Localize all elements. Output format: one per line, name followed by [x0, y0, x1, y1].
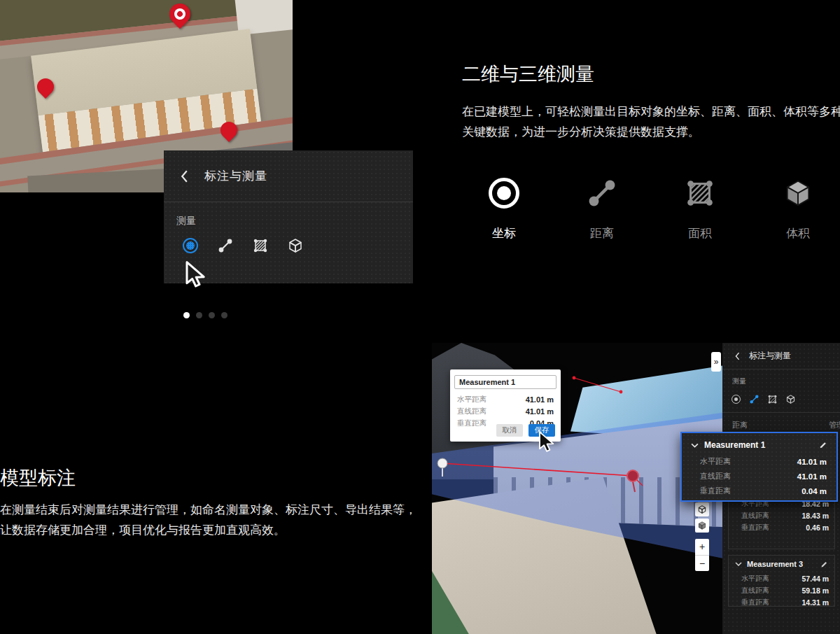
measurement-name: Measurement 1: [704, 440, 818, 450]
metric-value: 59.18 m: [802, 586, 829, 595]
area-icon: [252, 237, 269, 254]
tab-distance[interactable]: 距离: [732, 420, 748, 430]
metric-label: 水平距离: [741, 574, 769, 584]
edit-pencil-icon[interactable]: [819, 559, 829, 569]
metric-value: 18.43 m: [802, 512, 829, 520]
zoom-in-button[interactable]: +: [695, 539, 709, 556]
section-body-annotate: 在测量结束后对测量结果进行管理，如命名测量对象、标注尺寸、导出结果等，让数据存储…: [0, 500, 423, 541]
popup-row-label: 直线距离: [457, 407, 486, 416]
edit-pencil-icon[interactable]: [818, 440, 828, 450]
carousel-dot[interactable]: [209, 312, 215, 318]
coordinate-icon: [183, 238, 198, 253]
volume-icon: [785, 394, 796, 404]
metric-value: 41.01 m: [797, 458, 827, 466]
feature-coordinate: 坐标: [462, 174, 546, 241]
coordinate-icon: [489, 174, 519, 213]
metric-value: 0.46 m: [806, 523, 829, 532]
feature-area: 面积: [658, 174, 742, 241]
measure-endpoint-start: [438, 458, 447, 468]
carousel-dot[interactable]: [183, 312, 190, 318]
zoom-out-button[interactable]: −: [695, 556, 709, 572]
metric-value: 0.04 m: [802, 487, 827, 495]
distance-icon: [749, 394, 760, 404]
map-3d-view[interactable]: Measurement 1 水平距离 41.01 m 直线距离 41.01 m …: [432, 343, 722, 634]
cube-solid-view-button[interactable]: [695, 519, 709, 533]
feature-icons-row: 坐标 距离: [462, 174, 840, 241]
volume-icon: [782, 174, 814, 213]
coordinate-tool-button[interactable]: [731, 394, 741, 404]
measurement-card-3[interactable]: Measurement 3 水平距离57.44 m 直线距离59.18 m 垂直…: [728, 555, 835, 607]
chevron-down-icon[interactable]: [690, 441, 699, 449]
view-toolbar: [695, 502, 709, 533]
area-icon: [684, 174, 716, 213]
carousel: [183, 312, 227, 318]
metric-label: 直线距离: [741, 586, 769, 596]
popup-row-value: 41.01 m: [526, 395, 554, 404]
metric-value: 14.31 m: [802, 598, 829, 607]
carousel-dot[interactable]: [221, 312, 227, 318]
tab-manage[interactable]: 管理: [829, 420, 840, 430]
section-title-measure: 二维与三维测量: [462, 62, 594, 87]
section-title-annotate: 模型标注: [0, 465, 76, 491]
area-tool-button[interactable]: [252, 237, 269, 254]
measurement-name-input[interactable]: Measurement 1: [454, 375, 556, 389]
metric-label: 直线距离: [700, 471, 731, 481]
area-tool-button[interactable]: [767, 394, 778, 404]
cube-outline-view-button[interactable]: [695, 502, 709, 516]
feature-volume: 体积: [756, 174, 840, 241]
coordinate-icon: [732, 395, 741, 404]
distance-tool-button[interactable]: [217, 237, 234, 254]
popup-row-label: 水平距离: [457, 395, 486, 404]
feature-label: 坐标: [492, 225, 516, 241]
sidebar-tools-row: [731, 392, 840, 406]
measure-tools-row: [182, 237, 413, 254]
popup-row: 水平距离 41.01 m: [450, 393, 561, 405]
cancel-button[interactable]: 取消: [496, 424, 523, 437]
distance-icon: [586, 174, 618, 213]
back-chevron-icon[interactable]: [732, 351, 742, 361]
distance-tool-button[interactable]: [749, 394, 760, 404]
measure-panel-header: 标注与测量: [164, 150, 413, 202]
volume-tool-button[interactable]: [785, 394, 796, 404]
popup-row-label: 垂直距离: [457, 418, 486, 428]
feature-label: 体积: [786, 225, 810, 241]
feature-label: 距离: [590, 225, 614, 241]
measure-panel: 标注与测量 测量: [164, 150, 413, 283]
metric-label: 垂直距离: [741, 598, 769, 607]
cursor-arrow-icon: [536, 431, 555, 456]
back-chevron-icon[interactable]: [176, 169, 192, 184]
carousel-dot[interactable]: [196, 312, 202, 318]
measurement-name: Measurement 3: [747, 560, 819, 568]
zoom-control: + −: [695, 539, 709, 571]
volume-tool-button[interactable]: [287, 237, 304, 254]
divider: [722, 412, 840, 413]
measure-panel-title: 标注与测量: [204, 168, 267, 184]
coordinate-tool-button[interactable]: [182, 237, 199, 254]
section-body-measure: 在已建模型上，可轻松测量出目标对象的坐标、距离、面积、体积等多种关键数据，为进一…: [462, 102, 840, 143]
metric-label: 水平距离: [700, 456, 731, 467]
page: 标注与测量 测量: [0, 0, 840, 634]
measure-section-label: 测量: [176, 215, 413, 227]
sidebar-title: 标注与测量: [749, 350, 791, 362]
cursor-arrow-icon: [182, 261, 206, 292]
popup-row: 直线距离 41.01 m: [450, 405, 561, 417]
measurement-card-1-highlighted[interactable]: Measurement 1 水平距离41.01 m 直线距离41.01 m 垂直…: [680, 432, 838, 502]
screenshot-measure-ui: Measurement 1 水平距离 41.01 m 直线距离 41.01 m …: [432, 343, 840, 634]
volume-icon: [287, 237, 304, 254]
distance-icon: [217, 237, 234, 254]
metric-label: 垂直距离: [741, 523, 769, 533]
chevron-down-icon[interactable]: [734, 560, 743, 568]
sidebar-header: 标注与测量: [722, 343, 840, 369]
popup-row-value: 41.01 m: [526, 407, 554, 416]
feature-label: 面积: [688, 225, 712, 241]
metric-label: 直线距离: [741, 511, 769, 521]
sidebar-section-label: 测量: [732, 376, 840, 386]
area-icon: [767, 394, 778, 404]
metric-label: 垂直距离: [700, 486, 731, 496]
measure-endpoint-end: [627, 470, 638, 481]
sidebar-expand-button[interactable]: »: [711, 352, 721, 372]
feature-distance: 距离: [560, 174, 644, 241]
metric-value: 41.01 m: [797, 472, 827, 481]
metric-value: 57.44 m: [802, 575, 829, 583]
